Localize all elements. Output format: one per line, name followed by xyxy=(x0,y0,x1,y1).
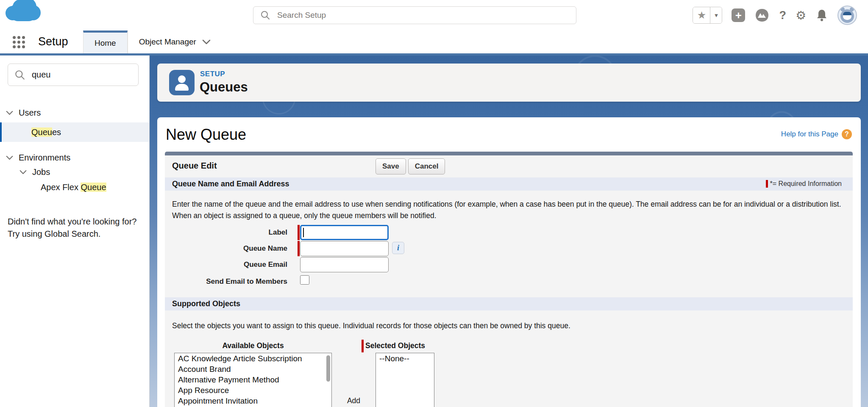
user-avatar[interactable] xyxy=(837,6,857,25)
setup-tabs: Home Object Manager xyxy=(83,30,222,53)
setup-gear-icon[interactable]: ⚙ xyxy=(796,8,806,22)
favorites-button-group[interactable]: ★ ▾ xyxy=(693,7,722,24)
sidebar-item-environments[interactable]: Environments xyxy=(6,153,70,163)
queue-name-field-label: Queue Name xyxy=(165,244,287,253)
section-queue-name-email: Queue Name and Email Address *= Required… xyxy=(165,177,853,191)
section-description: Enter the name of the queue and the emai… xyxy=(172,199,845,221)
listbox-scrollbar-thumb[interactable] xyxy=(326,355,330,382)
search-match-highlight: Queue xyxy=(81,183,106,192)
list-item[interactable]: AC Knowledge Article Subscription xyxy=(175,353,331,364)
favorites-dropdown-icon[interactable]: ▾ xyxy=(710,7,722,23)
app-launcher-icon[interactable] xyxy=(13,36,28,49)
search-match-highlight: Queu xyxy=(31,127,52,137)
selected-objects-header: Selected Objects xyxy=(365,341,425,350)
setup-app-label: Setup xyxy=(38,35,68,48)
help-circle-icon[interactable]: ? xyxy=(842,129,852,139)
new-queue-panel: New Queue Help for this Page ? Queue Edi… xyxy=(157,117,861,407)
section-supported-objects: Supported Objects xyxy=(165,297,853,310)
help-icon[interactable]: ? xyxy=(779,9,786,22)
sidebar-item-queues-selected[interactable]: Queues xyxy=(0,122,149,142)
available-objects-listbox[interactable]: AC Knowledge Article Subscription Accoun… xyxy=(174,353,332,407)
help-for-page[interactable]: Help for this Page ? xyxy=(781,129,852,139)
available-objects-header: Available Objects xyxy=(174,341,332,350)
queue-edit-buttons: Save Cancel xyxy=(376,158,445,174)
send-email-field-label: Send Email to Members xyxy=(165,277,287,286)
setup-nav-bar: Setup Home Object Manager xyxy=(0,30,868,55)
required-information-key: *= Required Information xyxy=(766,180,842,188)
tab-home[interactable]: Home xyxy=(83,30,128,53)
queue-email-field-label: Queue Email xyxy=(165,260,287,269)
new-queue-title: New Queue xyxy=(166,126,246,144)
sidebar-item-apex-flex-queue[interactable]: Apex Flex Queue xyxy=(41,183,106,192)
salesforce-setup-window: ★ ▾ + ? ⚙ xyxy=(0,0,868,407)
queue-edit-title: Queue Edit xyxy=(172,161,217,171)
queue-edit-header: Queue Edit Save Cancel xyxy=(165,155,853,177)
sidebar-item-jobs[interactable]: Jobs xyxy=(19,167,50,177)
required-red-bar xyxy=(362,340,364,352)
global-header: ★ ▾ + ? ⚙ xyxy=(0,0,868,30)
cancel-button[interactable]: Cancel xyxy=(408,158,445,174)
search-icon xyxy=(14,69,25,80)
quick-create-icon[interactable]: + xyxy=(732,8,745,22)
search-icon xyxy=(260,10,270,20)
save-button[interactable]: Save xyxy=(376,158,406,174)
global-search-box[interactable] xyxy=(253,6,576,24)
section-title: Queue Name and Email Address xyxy=(172,180,289,188)
required-red-bar xyxy=(298,241,300,256)
queue-name-field[interactable] xyxy=(300,241,389,256)
list-item[interactable]: App Resource xyxy=(175,385,331,396)
tab-object-manager[interactable]: Object Manager xyxy=(128,30,222,53)
label-field-label: Label xyxy=(165,228,287,237)
quick-find-box[interactable] xyxy=(8,64,139,86)
queues-user-icon xyxy=(169,70,195,95)
label-field[interactable] xyxy=(300,225,389,240)
quick-find-input[interactable] xyxy=(32,70,129,80)
required-red-bar xyxy=(766,180,768,188)
favorites-star-icon[interactable]: ★ xyxy=(693,7,710,23)
setup-sidebar: Users Queues Environments Jobs Apex Flex… xyxy=(0,55,150,407)
required-red-bar xyxy=(298,225,300,240)
page-title: Queues xyxy=(200,80,248,95)
list-item[interactable]: --None-- xyxy=(376,353,434,364)
info-icon[interactable]: i xyxy=(392,242,404,254)
text-cursor xyxy=(303,228,304,237)
sidebar-item-users[interactable]: Users xyxy=(6,108,41,118)
list-item[interactable]: Account Brand xyxy=(175,364,331,374)
list-item[interactable]: Alternative Payment Method xyxy=(175,374,331,385)
help-for-page-link[interactable]: Help for this Page xyxy=(781,130,838,138)
notifications-bell-icon[interactable] xyxy=(815,8,828,22)
sidebar-not-found-text: Didn't find what you're looking for? Try… xyxy=(8,216,136,240)
trailhead-help-icon[interactable] xyxy=(754,8,770,23)
setup-content-background: SETUP Queues New Queue Help for this Pag… xyxy=(150,55,868,407)
send-email-checkbox[interactable] xyxy=(300,275,309,285)
page-eyebrow: SETUP xyxy=(200,70,225,78)
selected-objects-listbox[interactable]: --None-- xyxy=(376,353,434,407)
salesforce-logo xyxy=(9,3,37,21)
global-search-input[interactable] xyxy=(277,11,548,20)
page-header-card: SETUP Queues xyxy=(157,64,861,102)
chevron-down-icon[interactable] xyxy=(19,170,27,174)
chevron-down-icon xyxy=(202,39,211,44)
section-title: Supported Objects xyxy=(172,299,240,308)
section-description: Select the objects you want to assign to… xyxy=(172,320,845,332)
list-item[interactable]: Appointment Invitation xyxy=(175,396,331,406)
add-button-label[interactable]: Add xyxy=(332,396,376,405)
queue-email-field[interactable] xyxy=(300,257,389,272)
queue-edit-block: Queue Edit Save Cancel Queue Name and Em… xyxy=(165,152,853,407)
header-actions: ★ ▾ + ? ⚙ xyxy=(693,0,857,30)
block-top-bar xyxy=(165,152,853,155)
chevron-down-icon[interactable] xyxy=(6,155,13,160)
chevron-down-icon[interactable] xyxy=(6,111,13,115)
